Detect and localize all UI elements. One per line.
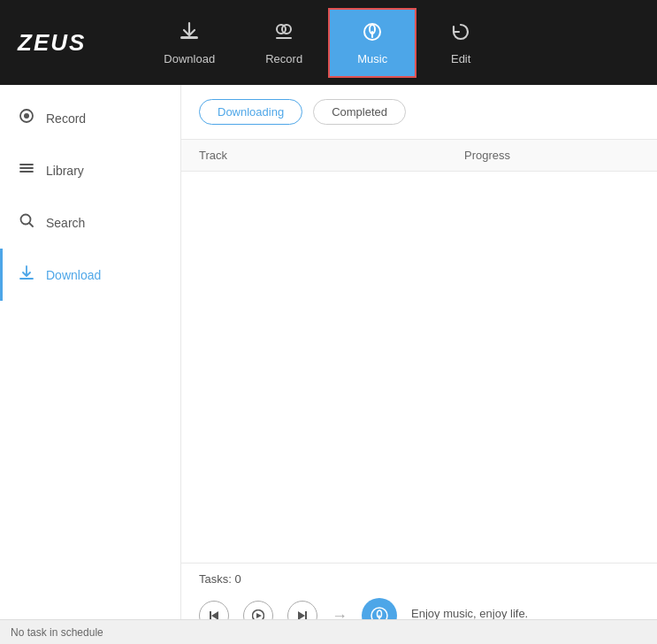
tasks-count: Tasks: 0 <box>199 572 639 586</box>
music-nav-icon <box>361 20 384 47</box>
tab-completed[interactable]: Completed <box>313 99 406 125</box>
svg-rect-0 <box>180 36 198 39</box>
sidebar-item-record[interactable]: Record <box>0 92 180 144</box>
download-sidebar-icon <box>18 264 35 285</box>
status-text: No task in schedule <box>11 626 103 639</box>
library-sidebar-icon <box>18 160 35 180</box>
enjoy-text: Enjoy music, enjoy life. <box>411 607 528 620</box>
tab-downloading[interactable]: Downloading <box>199 99 302 125</box>
nav-record[interactable]: Record <box>240 8 328 78</box>
svg-line-12 <box>29 223 33 226</box>
sidebar-library-label: Library <box>46 164 84 178</box>
svg-point-7 <box>24 113 29 119</box>
nav-items: Download Record Music <box>139 8 505 78</box>
svg-marker-17 <box>256 613 262 618</box>
search-sidebar-icon <box>18 212 35 233</box>
sidebar-record-label: Record <box>46 111 86 126</box>
top-nav: ZEUS Download Record <box>0 0 657 85</box>
sidebar-item-download[interactable]: Download <box>0 249 180 301</box>
nav-music[interactable]: Music <box>328 8 416 78</box>
nav-record-label: Record <box>265 52 302 65</box>
table-body <box>181 172 657 563</box>
nav-edit-label: Edit <box>451 52 470 65</box>
nav-download[interactable]: Download <box>139 8 240 78</box>
col-track-header: Track <box>199 149 464 162</box>
status-bar: No task in schedule <box>0 619 657 644</box>
record-nav-icon <box>272 20 295 47</box>
content-area: Downloading Completed Track Progress Tas… <box>181 85 657 644</box>
nav-download-label: Download <box>164 52 215 65</box>
nav-music-label: Music <box>357 52 387 65</box>
main-layout: Record Library Search <box>0 85 657 644</box>
sidebar-item-library[interactable]: Library <box>0 144 180 196</box>
download-nav-icon <box>178 20 201 47</box>
tab-bar: Downloading Completed <box>181 85 657 140</box>
sidebar: Record Library Search <box>0 85 181 644</box>
nav-edit[interactable]: Edit <box>416 8 505 78</box>
col-progress-header: Progress <box>464 149 639 162</box>
edit-nav-icon <box>449 20 472 47</box>
record-sidebar-icon <box>18 108 35 128</box>
sidebar-search-label: Search <box>46 216 85 230</box>
app-logo: ZEUS <box>18 29 86 57</box>
table-header: Track Progress <box>181 140 657 172</box>
sidebar-item-search[interactable]: Search <box>0 196 180 249</box>
sidebar-download-label: Download <box>46 268 101 282</box>
